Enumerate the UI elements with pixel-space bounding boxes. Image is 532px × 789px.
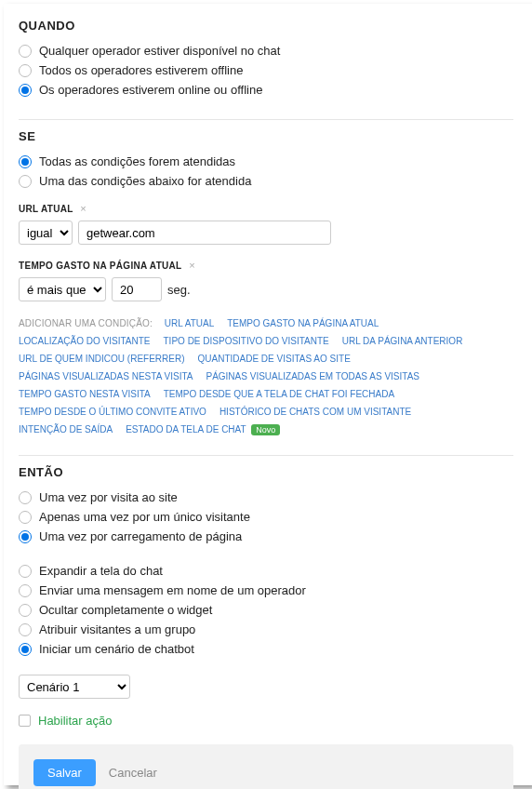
- entao-action-radio-4[interactable]: [19, 643, 32, 656]
- condition-link-10[interactable]: TEMPO DESDE QUE A TELA DE CHAT FOI FECHA…: [164, 385, 394, 403]
- quando-label-1: Todos os operadores estiverem offline: [39, 63, 243, 77]
- condition-link-7[interactable]: PÁGINAS VISUALIZADAS NESTA VISITA: [19, 368, 193, 385]
- condition-link-4[interactable]: URL DA PÁGINA ANTERIOR: [342, 332, 463, 350]
- quando-option-1[interactable]: Todos os operadores estiverem offline: [19, 63, 513, 77]
- tempo-operator-select[interactable]: é mais que: [19, 277, 106, 301]
- se-label-0: Todas as condições forem atendidas: [39, 154, 235, 168]
- condition-link-9[interactable]: TEMPO GASTO NESTA VISITA: [19, 385, 151, 403]
- section-quando: QUANDO Qualquer operador estiver disponí…: [19, 9, 513, 119]
- field-label-tempo: TEMPO GASTO NA PÁGINA ATUAL: [19, 261, 182, 271]
- entao-freq-option-2[interactable]: Uma vez por carregamento de página: [19, 529, 513, 543]
- remove-url-condition[interactable]: ×: [80, 203, 86, 214]
- condition-link-12[interactable]: HISTÓRICO DE CHATS COM UM VISITANTE: [219, 403, 411, 421]
- section-title-entao: ENTÃO: [19, 465, 513, 479]
- condition-link-3[interactable]: TIPO DE DISPOSITIVO DO VISITANTE: [164, 332, 329, 350]
- condition-link-6[interactable]: QUANTIDADE DE VISITAS AO SITE: [198, 350, 351, 368]
- condition-link-0[interactable]: URL ATUAL: [165, 314, 214, 332]
- entao-action-option-2[interactable]: Ocultar completamente o widget: [19, 603, 513, 617]
- entao-action-option-0[interactable]: Expandir a tela do chat: [19, 564, 513, 578]
- quando-label-0: Qualquer operador estiver disponível no …: [39, 44, 280, 58]
- entao-action-radio-1[interactable]: [19, 584, 32, 597]
- entao-action-radio-3[interactable]: [19, 623, 32, 636]
- remove-tempo-condition[interactable]: ×: [189, 260, 194, 271]
- quando-radio-0[interactable]: [19, 45, 32, 58]
- entao-action-option-1[interactable]: Enviar uma mensagem em nome de um operad…: [19, 583, 513, 597]
- entao-action-label-2: Ocultar completamente o widget: [39, 603, 212, 617]
- condition-link-8[interactable]: PÁGINAS VISUALIZADAS EM TODAS AS VISITAS: [206, 368, 419, 385]
- entao-action-option-3[interactable]: Atribuir visitantes a um grupo: [19, 622, 513, 636]
- condition-link-11[interactable]: TEMPO DESDE O ÚLTIMO CONVITE ATIVO: [19, 403, 206, 421]
- action-bar: Salvar Cancelar: [19, 744, 513, 789]
- entao-action-label-4: Iniciar um cenário de chatbot: [39, 642, 194, 656]
- entao-freq-label-2: Uma vez por carregamento de página: [39, 529, 242, 543]
- scenario-select[interactable]: Cenário 1: [19, 675, 130, 699]
- add-condition-label: ADICIONAR UMA CONDIÇÃO:: [19, 318, 153, 328]
- condition-link-2[interactable]: LOCALIZAÇÃO DO VISITANTE: [19, 332, 151, 350]
- se-radio-0[interactable]: [19, 155, 32, 168]
- section-title-se: SE: [19, 129, 513, 143]
- entao-freq-radio-0[interactable]: [19, 491, 32, 504]
- quando-option-2[interactable]: Os operadores estiverem online ou offlin…: [19, 83, 513, 97]
- quando-radio-1[interactable]: [19, 64, 32, 77]
- quando-option-0[interactable]: Qualquer operador estiver disponível no …: [19, 44, 513, 58]
- add-condition-area: ADICIONAR UMA CONDIÇÃO: URL ATUALTEMPO G…: [19, 314, 513, 438]
- entao-freq-option-1[interactable]: Apenas uma vez por um único visitante: [19, 510, 513, 524]
- entao-action-radio-2[interactable]: [19, 604, 32, 617]
- quando-radio-2[interactable]: [19, 84, 32, 97]
- entao-freq-radio-2[interactable]: [19, 530, 32, 543]
- novo-badge: Novo: [251, 424, 280, 435]
- entao-action-label-1: Enviar uma mensagem em nome de um operad…: [39, 583, 306, 597]
- condition-link-1[interactable]: TEMPO GASTO NA PÁGINA ATUAL: [227, 314, 379, 332]
- field-label-url: URL ATUAL: [19, 204, 73, 214]
- quando-label-2: Os operadores estiverem online ou offlin…: [39, 83, 262, 97]
- field-url-atual: URL ATUAL × igual: [19, 201, 513, 245]
- tempo-value-input[interactable]: [112, 277, 162, 301]
- entao-action-label-0: Expandir a tela do chat: [39, 564, 163, 578]
- save-button[interactable]: Salvar: [33, 759, 96, 786]
- se-option-0[interactable]: Todas as condições forem atendidas: [19, 154, 513, 168]
- enable-action-checkbox[interactable]: [19, 715, 31, 727]
- se-option-1[interactable]: Uma das condições abaixo for atendida: [19, 174, 513, 188]
- entao-action-label-3: Atribuir visitantes a um grupo: [39, 622, 195, 636]
- enable-action-row[interactable]: Habilitar ação: [19, 714, 513, 728]
- enable-action-label: Habilitar ação: [38, 714, 113, 728]
- entao-freq-label-1: Apenas uma vez por um único visitante: [39, 510, 250, 524]
- field-tempo-pagina: TEMPO GASTO NA PÁGINA ATUAL × é mais que…: [19, 258, 513, 301]
- section-entao: ENTÃO Uma vez por visita ao siteApenas u…: [19, 455, 513, 789]
- section-title-quando: QUANDO: [19, 19, 513, 33]
- url-operator-select[interactable]: igual: [19, 221, 73, 245]
- entao-action-option-4[interactable]: Iniciar um cenário de chatbot: [19, 642, 513, 656]
- entao-action-radio-0[interactable]: [19, 565, 32, 578]
- condition-link-13[interactable]: INTENÇÃO DE SAÍDA: [19, 421, 113, 438]
- url-value-input[interactable]: [78, 221, 331, 245]
- condition-link-5[interactable]: URL DE QUEM INDICOU (REFERRER): [19, 350, 185, 368]
- section-se: SE Todas as condições forem atendidasUma…: [19, 119, 513, 455]
- entao-freq-option-0[interactable]: Uma vez por visita ao site: [19, 490, 513, 504]
- tempo-suffix: seg.: [167, 283, 191, 297]
- entao-freq-label-0: Uma vez por visita ao site: [39, 490, 178, 504]
- cancel-button[interactable]: Cancelar: [109, 766, 157, 780]
- condition-link-estado-chat[interactable]: ESTADO DA TELA DE CHAT Novo: [126, 421, 280, 438]
- entao-freq-radio-1[interactable]: [19, 511, 32, 524]
- se-radio-1[interactable]: [19, 175, 32, 188]
- se-label-1: Uma das condições abaixo for atendida: [39, 174, 251, 188]
